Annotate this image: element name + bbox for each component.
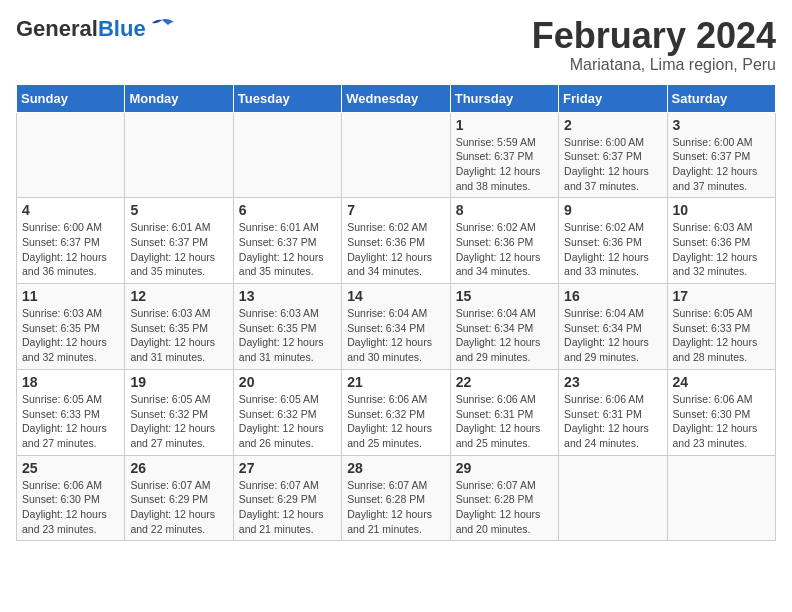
table-row: 24Sunrise: 6:06 AM Sunset: 6:30 PM Dayli… (667, 369, 775, 455)
day-info: Sunrise: 6:06 AM Sunset: 6:31 PM Dayligh… (564, 392, 661, 451)
day-number: 16 (564, 288, 661, 304)
table-row: 28Sunrise: 6:07 AM Sunset: 6:28 PM Dayli… (342, 455, 450, 541)
calendar-week-row: 11Sunrise: 6:03 AM Sunset: 6:35 PM Dayli… (17, 284, 776, 370)
day-number: 1 (456, 117, 553, 133)
day-number: 6 (239, 202, 336, 218)
table-row: 8Sunrise: 6:02 AM Sunset: 6:36 PM Daylig… (450, 198, 558, 284)
table-row: 5Sunrise: 6:01 AM Sunset: 6:37 PM Daylig… (125, 198, 233, 284)
day-info: Sunrise: 6:07 AM Sunset: 6:29 PM Dayligh… (239, 478, 336, 537)
day-number: 15 (456, 288, 553, 304)
day-info: Sunrise: 6:07 AM Sunset: 6:29 PM Dayligh… (130, 478, 227, 537)
day-info: Sunrise: 6:03 AM Sunset: 6:36 PM Dayligh… (673, 220, 770, 279)
day-number: 19 (130, 374, 227, 390)
table-row: 6Sunrise: 6:01 AM Sunset: 6:37 PM Daylig… (233, 198, 341, 284)
day-info: Sunrise: 6:04 AM Sunset: 6:34 PM Dayligh… (456, 306, 553, 365)
col-saturday: Saturday (667, 84, 775, 112)
logo-text-general: General (16, 16, 98, 42)
day-number: 5 (130, 202, 227, 218)
logo-bird-icon (148, 18, 176, 40)
day-number: 29 (456, 460, 553, 476)
table-row: 22Sunrise: 6:06 AM Sunset: 6:31 PM Dayli… (450, 369, 558, 455)
table-row: 15Sunrise: 6:04 AM Sunset: 6:34 PM Dayli… (450, 284, 558, 370)
day-number: 24 (673, 374, 770, 390)
table-row: 16Sunrise: 6:04 AM Sunset: 6:34 PM Dayli… (559, 284, 667, 370)
day-number: 27 (239, 460, 336, 476)
table-row (17, 112, 125, 198)
logo: General Blue (16, 16, 176, 42)
table-row: 19Sunrise: 6:05 AM Sunset: 6:32 PM Dayli… (125, 369, 233, 455)
day-info: Sunrise: 6:02 AM Sunset: 6:36 PM Dayligh… (347, 220, 444, 279)
day-number: 18 (22, 374, 119, 390)
day-number: 3 (673, 117, 770, 133)
table-row: 13Sunrise: 6:03 AM Sunset: 6:35 PM Dayli… (233, 284, 341, 370)
table-row (342, 112, 450, 198)
calendar-week-row: 1Sunrise: 5:59 AM Sunset: 6:37 PM Daylig… (17, 112, 776, 198)
table-row: 27Sunrise: 6:07 AM Sunset: 6:29 PM Dayli… (233, 455, 341, 541)
table-row (559, 455, 667, 541)
logo-text-blue: Blue (98, 16, 146, 42)
table-row: 10Sunrise: 6:03 AM Sunset: 6:36 PM Dayli… (667, 198, 775, 284)
table-row: 1Sunrise: 5:59 AM Sunset: 6:37 PM Daylig… (450, 112, 558, 198)
day-number: 11 (22, 288, 119, 304)
day-number: 23 (564, 374, 661, 390)
table-row: 20Sunrise: 6:05 AM Sunset: 6:32 PM Dayli… (233, 369, 341, 455)
day-info: Sunrise: 6:03 AM Sunset: 6:35 PM Dayligh… (239, 306, 336, 365)
table-row: 21Sunrise: 6:06 AM Sunset: 6:32 PM Dayli… (342, 369, 450, 455)
day-info: Sunrise: 6:07 AM Sunset: 6:28 PM Dayligh… (456, 478, 553, 537)
table-row: 25Sunrise: 6:06 AM Sunset: 6:30 PM Dayli… (17, 455, 125, 541)
day-number: 25 (22, 460, 119, 476)
day-number: 28 (347, 460, 444, 476)
day-number: 17 (673, 288, 770, 304)
day-number: 14 (347, 288, 444, 304)
page-subtitle: Mariatana, Lima region, Peru (532, 56, 776, 74)
table-row: 29Sunrise: 6:07 AM Sunset: 6:28 PM Dayli… (450, 455, 558, 541)
day-info: Sunrise: 6:03 AM Sunset: 6:35 PM Dayligh… (130, 306, 227, 365)
table-row: 17Sunrise: 6:05 AM Sunset: 6:33 PM Dayli… (667, 284, 775, 370)
table-row (233, 112, 341, 198)
day-info: Sunrise: 6:00 AM Sunset: 6:37 PM Dayligh… (22, 220, 119, 279)
day-info: Sunrise: 6:06 AM Sunset: 6:30 PM Dayligh… (673, 392, 770, 451)
page-title: February 2024 (532, 16, 776, 56)
day-info: Sunrise: 6:04 AM Sunset: 6:34 PM Dayligh… (564, 306, 661, 365)
day-info: Sunrise: 6:01 AM Sunset: 6:37 PM Dayligh… (239, 220, 336, 279)
day-number: 13 (239, 288, 336, 304)
col-sunday: Sunday (17, 84, 125, 112)
day-number: 21 (347, 374, 444, 390)
table-row: 23Sunrise: 6:06 AM Sunset: 6:31 PM Dayli… (559, 369, 667, 455)
day-info: Sunrise: 6:06 AM Sunset: 6:31 PM Dayligh… (456, 392, 553, 451)
col-friday: Friday (559, 84, 667, 112)
day-info: Sunrise: 6:02 AM Sunset: 6:36 PM Dayligh… (456, 220, 553, 279)
calendar-table: Sunday Monday Tuesday Wednesday Thursday… (16, 84, 776, 542)
day-number: 10 (673, 202, 770, 218)
table-row: 26Sunrise: 6:07 AM Sunset: 6:29 PM Dayli… (125, 455, 233, 541)
table-row: 18Sunrise: 6:05 AM Sunset: 6:33 PM Dayli… (17, 369, 125, 455)
table-row: 2Sunrise: 6:00 AM Sunset: 6:37 PM Daylig… (559, 112, 667, 198)
col-monday: Monday (125, 84, 233, 112)
day-number: 20 (239, 374, 336, 390)
day-number: 8 (456, 202, 553, 218)
table-row: 3Sunrise: 6:00 AM Sunset: 6:37 PM Daylig… (667, 112, 775, 198)
day-info: Sunrise: 6:02 AM Sunset: 6:36 PM Dayligh… (564, 220, 661, 279)
table-row: 4Sunrise: 6:00 AM Sunset: 6:37 PM Daylig… (17, 198, 125, 284)
day-info: Sunrise: 6:05 AM Sunset: 6:33 PM Dayligh… (22, 392, 119, 451)
col-thursday: Thursday (450, 84, 558, 112)
day-info: Sunrise: 6:00 AM Sunset: 6:37 PM Dayligh… (673, 135, 770, 194)
table-row: 7Sunrise: 6:02 AM Sunset: 6:36 PM Daylig… (342, 198, 450, 284)
col-wednesday: Wednesday (342, 84, 450, 112)
day-info: Sunrise: 6:03 AM Sunset: 6:35 PM Dayligh… (22, 306, 119, 365)
table-row: 12Sunrise: 6:03 AM Sunset: 6:35 PM Dayli… (125, 284, 233, 370)
day-number: 22 (456, 374, 553, 390)
day-info: Sunrise: 6:04 AM Sunset: 6:34 PM Dayligh… (347, 306, 444, 365)
day-info: Sunrise: 6:01 AM Sunset: 6:37 PM Dayligh… (130, 220, 227, 279)
day-info: Sunrise: 6:05 AM Sunset: 6:33 PM Dayligh… (673, 306, 770, 365)
table-row: 14Sunrise: 6:04 AM Sunset: 6:34 PM Dayli… (342, 284, 450, 370)
page-header: General Blue February 2024 Mariatana, Li… (16, 16, 776, 74)
day-info: Sunrise: 6:05 AM Sunset: 6:32 PM Dayligh… (130, 392, 227, 451)
table-row (125, 112, 233, 198)
day-info: Sunrise: 6:05 AM Sunset: 6:32 PM Dayligh… (239, 392, 336, 451)
calendar-week-row: 4Sunrise: 6:00 AM Sunset: 6:37 PM Daylig… (17, 198, 776, 284)
day-number: 26 (130, 460, 227, 476)
table-row (667, 455, 775, 541)
day-info: Sunrise: 6:07 AM Sunset: 6:28 PM Dayligh… (347, 478, 444, 537)
day-info: Sunrise: 6:06 AM Sunset: 6:32 PM Dayligh… (347, 392, 444, 451)
